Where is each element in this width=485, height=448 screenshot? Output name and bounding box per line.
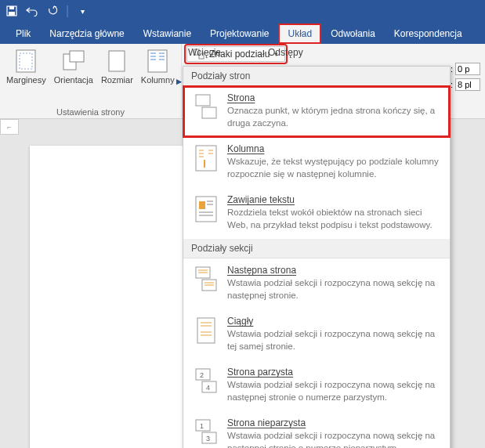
menu-item-even-page[interactable]: 24 Strona parzysta Wstawia podział sekcj… bbox=[183, 360, 450, 411]
page-setup-group-label: Ustawienia strony bbox=[5, 106, 176, 117]
tab-home[interactable]: Narzędzia główne bbox=[40, 23, 133, 44]
menu-item-title: Zawijanie tekstu bbox=[227, 194, 440, 205]
tab-layout[interactable]: Układ bbox=[278, 23, 321, 44]
spacing-label: Odstępy bbox=[268, 47, 303, 58]
undo-icon[interactable] bbox=[24, 2, 41, 20]
svg-text:1: 1 bbox=[200, 422, 204, 430]
caret-icon: ▶ bbox=[176, 78, 182, 85]
indent-label: Wcięcie bbox=[188, 47, 221, 58]
menu-item-title: Strona nieparzysta bbox=[227, 417, 440, 428]
menu-item-desc: Rozdziela tekst wokół obiektów na strona… bbox=[227, 207, 440, 231]
menu-item-title: Kolumna bbox=[227, 143, 440, 154]
menu-item-odd-page[interactable]: 13 Strona nieparzysta Wstawia podział se… bbox=[183, 411, 450, 448]
menu-item-continuous[interactable]: Ciągły Wstawia podział sekcji i rozpoczy… bbox=[183, 309, 450, 360]
spin-before-input[interactable] bbox=[455, 63, 480, 75]
svg-rect-25 bbox=[196, 197, 216, 222]
next-page-icon bbox=[193, 265, 219, 294]
page-setup-group: Marginesy Orientacja Rozmiar Kolumny bbox=[0, 44, 182, 118]
columns-icon bbox=[145, 49, 170, 74]
margins-icon bbox=[13, 49, 38, 74]
svg-rect-17 bbox=[196, 95, 210, 106]
menu-item-page[interactable]: ▶ Strona Oznacza punkt, w którym jedna s… bbox=[183, 86, 450, 137]
tab-design[interactable]: Projektowanie bbox=[201, 23, 278, 44]
menu-item-desc: Wskazuje, że tekst występujący po podzia… bbox=[227, 156, 440, 180]
orientation-label: Orientacja bbox=[54, 75, 93, 85]
menu-item-title: Strona bbox=[227, 92, 440, 103]
tab-references[interactable]: Odwołania bbox=[321, 23, 385, 44]
menu-item-desc: Wstawia podział sekcji i rozpoczyna nową… bbox=[227, 277, 440, 302]
tab-mailings[interactable]: Korespondencja bbox=[385, 23, 472, 44]
svg-rect-37 bbox=[197, 318, 215, 343]
quick-access-toolbar: | ▾ bbox=[0, 0, 485, 22]
columns-button[interactable]: Kolumny bbox=[139, 47, 176, 106]
svg-text:4: 4 bbox=[206, 384, 210, 392]
tab-insert[interactable]: Wstawianie bbox=[134, 23, 201, 44]
svg-rect-18 bbox=[202, 107, 216, 118]
ribbon-tabs: Plik Narzędzia główne Wstawianie Projekt… bbox=[0, 22, 485, 44]
tab-file[interactable]: Plik bbox=[6, 23, 40, 44]
menu-item-desc: Wstawia podział sekcji i rozpoczyna nową… bbox=[227, 430, 440, 448]
size-button[interactable]: Rozmiar bbox=[100, 47, 135, 106]
menu-header-section-breaks: Podziały sekcji bbox=[183, 239, 450, 258]
svg-rect-7 bbox=[109, 51, 125, 71]
menu-item-desc: Wstawia podział sekcji i rozpoczyna nową… bbox=[227, 328, 440, 352]
text-wrapping-icon bbox=[193, 194, 219, 224]
menu-item-column[interactable]: Kolumna Wskazuje, że tekst występujący p… bbox=[183, 137, 450, 188]
svg-text:3: 3 bbox=[206, 435, 210, 443]
page-break-icon bbox=[193, 92, 219, 122]
size-icon bbox=[104, 49, 129, 74]
columns-label: Kolumny bbox=[141, 75, 175, 85]
margins-button[interactable]: Marginesy bbox=[5, 47, 48, 106]
svg-rect-6 bbox=[70, 51, 84, 62]
size-label: Rozmiar bbox=[101, 75, 133, 85]
menu-item-title: Ciągły bbox=[227, 316, 440, 327]
svg-rect-26 bbox=[199, 201, 205, 209]
continuous-icon bbox=[193, 316, 219, 345]
menu-item-title: Następna strona bbox=[227, 265, 440, 276]
spin-after-input[interactable] bbox=[455, 78, 480, 91]
menu-item-desc: Wstawia podział sekcji i rozpoczyna nową… bbox=[227, 379, 440, 403]
menu-item-title: Strona parzysta bbox=[227, 367, 440, 378]
svg-rect-2 bbox=[9, 12, 15, 16]
redo-icon[interactable] bbox=[44, 2, 61, 20]
page-canvas[interactable] bbox=[30, 146, 186, 448]
orientation-icon bbox=[61, 49, 86, 74]
ribbon-right-labels: Wcięcie Odstępy bbox=[188, 47, 303, 58]
svg-rect-19 bbox=[196, 146, 216, 171]
qat-customize-icon[interactable]: ▾ bbox=[74, 2, 91, 20]
orientation-button[interactable]: Orientacja bbox=[52, 47, 95, 106]
breaks-menu: Podziały stron ▶ Strona Oznacza punkt, w… bbox=[183, 66, 451, 448]
save-icon[interactable] bbox=[3, 2, 20, 20]
menu-item-text-wrapping[interactable]: Zawijanie tekstu Rozdziela tekst wokół o… bbox=[183, 188, 450, 239]
ruler-corner: ⌐ bbox=[0, 119, 19, 135]
odd-page-icon: 13 bbox=[193, 417, 219, 447]
qat-separator: | bbox=[66, 4, 69, 18]
column-break-icon bbox=[193, 143, 219, 173]
margins-label: Marginesy bbox=[6, 75, 46, 85]
svg-text:2: 2 bbox=[200, 371, 204, 379]
even-page-icon: 24 bbox=[193, 367, 219, 396]
menu-item-desc: Oznacza punkt, w którym jedna strona koń… bbox=[227, 105, 440, 129]
menu-header-page-breaks: Podziały stron bbox=[183, 67, 450, 86]
svg-rect-1 bbox=[9, 6, 14, 9]
menu-item-next-page[interactable]: ▶ Następna strona Wstawia podział sekcji… bbox=[183, 258, 450, 309]
